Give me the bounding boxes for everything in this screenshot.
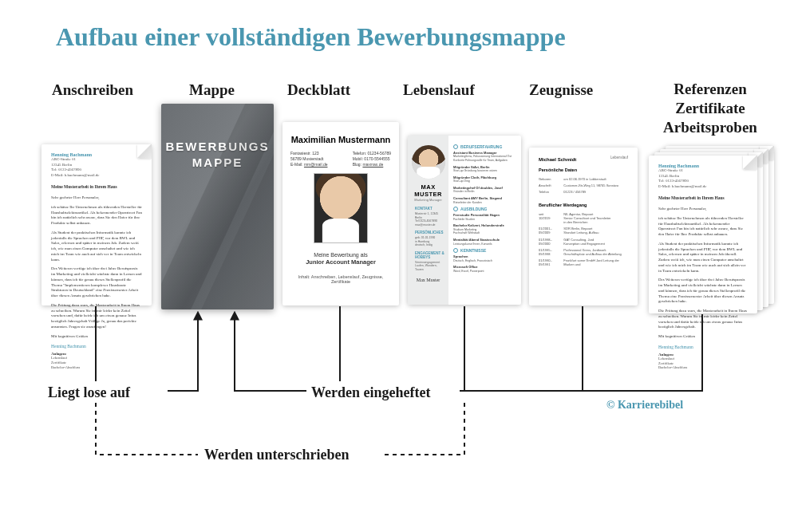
mappe-title: BEWERBUNGSMAPPE — [165, 139, 269, 171]
deckblatt-photo — [314, 173, 368, 243]
ref-closing: Mit kognitiven Grüßen — [658, 334, 748, 340]
letter-address: ABC-Straße 0112345 BerlinTel: 0123-45678… — [51, 157, 142, 178]
lebenslauf-signature: Max Muster — [412, 278, 444, 282]
annot-liegt-lose: Liegt lose auf — [48, 384, 130, 401]
zeugnis-section1: Persönliche Daten — [539, 167, 628, 172]
ref-signature: Henning Bachmann — [658, 345, 748, 349]
label-referenzen-3: Arbeitsproben — [663, 119, 757, 136]
ll-pers-text: geb. 01.01.1990in Hamburgdeutsch, ledig — [412, 236, 444, 247]
lebenslauf-name: MAX MUSTER — [412, 183, 444, 198]
deckblatt-role-title: Junior Account Manager — [306, 258, 376, 266]
deckblatt-role: Meine Bewerbung als Junior Account Manag… — [290, 251, 391, 266]
label-mappe: Mappe — [189, 81, 235, 99]
ref-body-4: Die Prüfung dazu wars, die Masterarbeit … — [658, 309, 748, 330]
doc-lebenslauf: MAX MUSTER Marketing Manager KONTAKT Mus… — [408, 136, 521, 305]
letter-signature: Henning Bachmann — [51, 344, 142, 349]
doc-referenz: Henning Bachmann ABC-Straße 0112345 Berl… — [649, 156, 757, 313]
doc-mappe: BEWERBUNGSMAPPE — [161, 104, 274, 309]
ref-body-2: Als Student der praktischen Informatik k… — [658, 242, 748, 274]
label-referenzen-2: Zertifikate — [675, 100, 745, 116]
ref-subject: Meine Musterarbeit in Ihrem Haus — [658, 195, 748, 200]
deckblatt-contact-right: Telefon: 01234-56789Mobil: 0170-5544555B… — [353, 151, 391, 167]
annot-eingeheftet: Werden eingeheftet — [311, 384, 430, 401]
letter-greeting: Sehr geehrter Herr Personaler, — [51, 195, 142, 201]
ll-h-ausb: AUSBILDUNG — [453, 207, 516, 211]
label-referenzen-1: Referenzen — [674, 81, 746, 97]
ll-sec-hobby: ENGAGEMENT & HOBBYS — [412, 251, 444, 259]
ref-greeting: Sehr geehrter Herr Personaler, — [658, 207, 748, 212]
ll-h-kenn: KENNTNISSE — [453, 248, 516, 253]
letter-body-4: Die Prüfung dazu wars, die Masterarbeit … — [51, 303, 142, 330]
ll-hobby-text: VereinsengagementLaufen, Wandern, Touren — [412, 261, 444, 272]
deckblatt-role-intro: Meine Bewerbung als — [314, 252, 367, 258]
label-deckblatt: Deckblatt — [287, 81, 350, 99]
ref-address: ABC-Straße 0112345 BerlinTel: 0123-45678… — [658, 168, 748, 189]
label-lebenslauf: Lebenslauf — [403, 81, 475, 99]
ref-body-1: ich schätze Ihr Unternehmen als führende… — [658, 216, 748, 238]
deckblatt-inhalt: Inhalt: Anschreiben, Lebenslauf, Zeugnis… — [290, 274, 391, 284]
letter-closing: Mit kognitiven Grüßen — [51, 334, 142, 340]
doc-deckblatt: Maximilian Mustermann Fantasiestr. 12356… — [282, 122, 399, 305]
ll-kontakt-text: Musterstr 1, 12345 BerlinTel 0123-456789… — [412, 212, 444, 227]
letter-body-2: Als Student der praktischen Informatik k… — [51, 231, 142, 263]
zeugnis-section2: Beruflicher Werdegang — [539, 203, 628, 207]
label-anschreiben: Anschreiben — [52, 81, 133, 99]
credit: © Karrierebibel — [606, 399, 683, 412]
label-referenzen: Referenzen Zertifikate Arbeitsproben — [638, 80, 782, 136]
lebenslauf-sidebar: MAX MUSTER Marketing Manager KONTAKT Mus… — [408, 136, 448, 305]
ll-h-beruf: BERUFSERFAHRUNG — [453, 144, 516, 149]
lebenslauf-main: BERUFSERFAHRUNG Assistant Business Manag… — [448, 136, 521, 305]
letter-body-3: Des Weiteren verfüge ich über drei Jahre… — [51, 266, 142, 299]
letter-body-1: ich schätze Ihr Unternehmen als führende… — [51, 205, 142, 227]
ref-body-3: Des Weiteren verfüge ich über drei Jahre… — [658, 278, 748, 305]
ref-attachments: LebenslaufZertifikateBachelor-Abschluss — [658, 357, 748, 371]
page-title: Aufbau einer vollständigen Bewerbungsmap… — [56, 22, 566, 52]
deckblatt-contact-left: Fantasiestr. 12356789 MusterstadtE-Mail:… — [290, 151, 327, 167]
doc-zeugnis: Michael Schmidt Lebenslauf Persönliche D… — [529, 148, 638, 305]
letter-subject: Meine Musterarbeit in Ihrem Haus — [51, 184, 142, 189]
ll-sec-pers: PERSÖNLICHES — [412, 231, 444, 234]
doc-anschreiben: Henning Bachmann ABC-Straße 0112345 Berl… — [41, 144, 152, 305]
lebenslauf-subtitle: Marketing Manager — [412, 198, 444, 202]
deckblatt-name: Maximilian Mustermann — [290, 135, 391, 144]
annot-unterschrieben: Werden unterschrieben — [204, 447, 350, 463]
ll-sec-kontakt: KONTAKT — [412, 207, 444, 211]
letter-attachments: LebenslaufZertifikateBachelor-Abschluss — [51, 356, 142, 370]
lebenslauf-photo — [412, 145, 445, 179]
label-zeugnisse: Zeugnisse — [529, 81, 593, 99]
